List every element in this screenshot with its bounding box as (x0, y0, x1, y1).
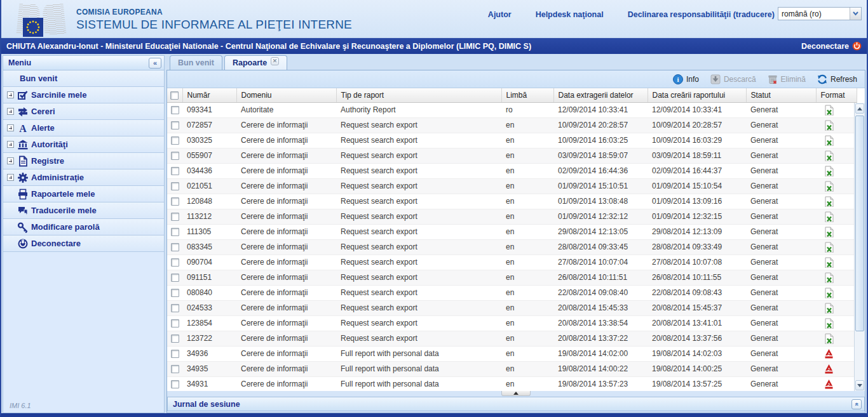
excel-file-icon[interactable] (824, 120, 834, 131)
descarc--button[interactable]: Descarcă (710, 74, 756, 84)
table-row[interactable]: 030325 Cerere de informaţii Request sear… (167, 133, 857, 148)
excel-file-icon[interactable] (824, 150, 834, 161)
sidebar-item-cereri[interactable]: Cereri (3, 103, 164, 120)
excel-file-icon[interactable] (824, 196, 834, 207)
column-header-data-extragerii-datelor[interactable]: Data extragerii datelor (553, 88, 648, 102)
sidebar-item-bun-venit[interactable]: Bun venit (3, 70, 164, 87)
excel-file-icon[interactable] (824, 333, 834, 344)
expand-plus-icon[interactable] (7, 124, 14, 131)
table-row[interactable]: 091151 Cerere de informaţii Request sear… (167, 270, 857, 285)
row-checkbox[interactable] (171, 106, 179, 114)
scrollbar-up-button[interactable] (855, 103, 864, 114)
pdf-file-icon[interactable] (824, 348, 834, 359)
national-helpdesk-link[interactable]: Helpdesk naţional (536, 10, 604, 19)
sidebar-item-rapoartele-mele[interactable]: Rapoartele mele (3, 186, 164, 202)
column-header-tip-de-raport[interactable]: Tip de raport (336, 88, 501, 102)
tab-close-icon[interactable]: ✕ (271, 57, 279, 65)
expand-plus-icon[interactable] (7, 141, 14, 148)
session-log-panel-header[interactable]: Jurnal de sesiune « (167, 397, 865, 411)
row-checkbox[interactable] (171, 365, 179, 373)
column-header-statut[interactable]: Statut (746, 88, 816, 102)
column-header-format[interactable]: Format (816, 88, 857, 102)
row-checkbox[interactable] (171, 334, 179, 343)
excel-file-icon[interactable] (824, 318, 834, 329)
row-checkbox[interactable] (171, 289, 179, 297)
elimin--button[interactable]: Elimină (768, 74, 806, 84)
table-row[interactable]: 024533 Cerere de informaţii Request sear… (167, 300, 857, 315)
sidebar-item-modificare-parol-[interactable]: Modificare parolă (3, 219, 164, 235)
excel-file-icon[interactable] (824, 166, 834, 176)
row-checkbox[interactable] (171, 350, 179, 358)
excel-file-icon[interactable] (824, 181, 834, 192)
table-row[interactable]: 123854 Cerere de informaţii Request sear… (167, 315, 857, 331)
expand-plus-icon[interactable] (7, 157, 14, 164)
row-checkbox[interactable] (171, 258, 179, 267)
table-row[interactable]: 021051 Cerere de informaţii Request sear… (167, 178, 857, 194)
row-checkbox[interactable] (171, 152, 179, 160)
table-row[interactable]: 34936 Cerere de informaţii Full report w… (167, 346, 857, 361)
session-panel-expand-handle[interactable] (501, 391, 531, 396)
session-panel-expand-button[interactable]: « (851, 399, 862, 409)
pdf-file-icon[interactable] (824, 379, 834, 390)
row-checkbox[interactable] (171, 213, 179, 221)
row-checkbox[interactable] (171, 380, 179, 388)
expand-plus-icon[interactable] (7, 108, 14, 115)
table-row[interactable]: 34935 Cerere de informaţii Full report w… (167, 361, 857, 376)
row-checkbox[interactable] (171, 319, 179, 328)
table-row[interactable]: 111305 Cerere de informaţii Request sear… (167, 224, 857, 239)
sidebar-item-alerte[interactable]: A Alerte (3, 120, 164, 136)
table-row[interactable]: 034436 Cerere de informaţii Request sear… (167, 163, 857, 178)
select-all-checkbox[interactable] (170, 91, 179, 100)
row-checkbox[interactable] (171, 182, 179, 190)
row-checkbox[interactable] (171, 274, 179, 282)
table-row[interactable]: 055907 Cerere de informaţii Request sear… (167, 148, 857, 163)
logout-button[interactable]: Deconectare (801, 41, 862, 51)
excel-file-icon[interactable] (824, 135, 834, 146)
table-row[interactable]: 113212 Cerere de informaţii Request sear… (167, 209, 857, 224)
expand-plus-icon[interactable] (7, 91, 14, 98)
excel-file-icon[interactable] (824, 272, 834, 283)
column-header-num-r[interactable]: Număr (182, 88, 236, 102)
tab-rapoarte[interactable]: Rapoarte ✕ (224, 55, 287, 70)
sidebar-item-traducerile-mele[interactable]: Traducerile mele (3, 202, 164, 219)
disclaimer-link[interactable]: Declinarea responsabilităţii (traducere) (628, 10, 775, 19)
excel-file-icon[interactable] (824, 211, 834, 222)
sidebar-item-autorit-i[interactable]: Autorităţi (3, 136, 164, 153)
row-checkbox[interactable] (171, 136, 179, 145)
table-row[interactable]: 072857 Cerere de informaţii Request sear… (167, 117, 857, 133)
sidebar-item-administra-ie[interactable]: Administraţie (3, 169, 164, 186)
table-row[interactable]: 123722 Cerere de informaţii Request sear… (167, 331, 857, 346)
excel-file-icon[interactable] (824, 288, 834, 298)
column-header-data-cre-rii-raportului[interactable]: Data creării raportului (648, 88, 746, 102)
excel-file-icon[interactable] (824, 303, 834, 314)
row-checkbox[interactable] (171, 304, 179, 312)
tab-bun-venit[interactable]: Bun venit (170, 55, 222, 70)
language-dropdown-button[interactable] (850, 8, 861, 20)
table-row[interactable]: 093341 Autoritate Authority Report ro 12… (167, 102, 857, 117)
excel-file-icon[interactable] (824, 105, 834, 116)
language-selector[interactable]: română (ro) (778, 7, 862, 20)
sidebar-item-deconectare[interactable]: Deconectare (3, 235, 164, 252)
help-link[interactable]: Ajutor (488, 10, 512, 19)
excel-file-icon[interactable] (824, 242, 834, 253)
table-row[interactable]: 083345 Cerere de informaţii Request sear… (167, 239, 857, 255)
table-row[interactable]: 34931 Cerere de informaţii Full report w… (167, 376, 857, 392)
vertical-scrollbar[interactable] (854, 103, 865, 391)
pdf-file-icon[interactable] (824, 364, 834, 374)
expand-plus-icon[interactable] (7, 174, 14, 181)
row-checkbox[interactable] (171, 121, 179, 129)
refresh-button[interactable]: Refresh (817, 74, 857, 84)
sidebar-collapse-button[interactable]: « (149, 58, 161, 69)
column-header-domeniu[interactable]: Domeniu (236, 88, 336, 102)
row-checkbox[interactable] (171, 243, 179, 251)
table-row[interactable]: 080840 Cerere de informaţii Request sear… (167, 285, 857, 300)
column-header-limb-[interactable]: Limbă (501, 88, 553, 102)
excel-file-icon[interactable] (824, 227, 834, 237)
row-checkbox[interactable] (171, 197, 179, 206)
row-checkbox[interactable] (171, 228, 179, 236)
table-row[interactable]: 090704 Cerere de informaţii Request sear… (167, 255, 857, 270)
row-checkbox[interactable] (171, 167, 179, 175)
table-row[interactable]: 120848 Cerere de informaţii Request sear… (167, 194, 857, 209)
sidebar-item-registre[interactable]: Registre (3, 153, 164, 169)
scrollbar-thumb[interactable] (855, 116, 864, 331)
